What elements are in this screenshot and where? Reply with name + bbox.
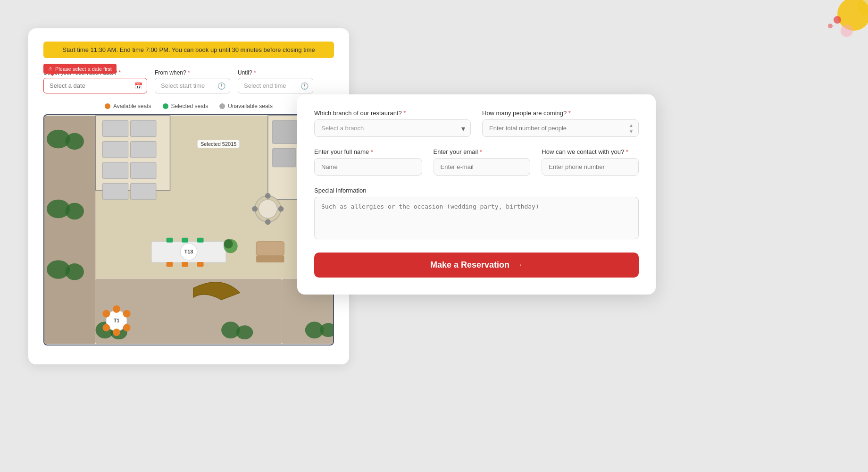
svg-rect-6	[44, 116, 96, 344]
branch-people-row: Which branch of our restaurant? * Select…	[314, 110, 639, 137]
email-group: Enter your email *	[434, 148, 531, 176]
info-banner: Start time 11:30 AM. End time 7:00 PM. Y…	[43, 42, 334, 58]
until-time-input[interactable]: Select end time	[238, 78, 313, 93]
svg-rect-29	[197, 238, 204, 243]
floor-plan-svg: T13	[44, 115, 333, 345]
svg-rect-34	[131, 120, 156, 137]
selected-seat-label: Selected 52015	[197, 140, 240, 148]
svg-point-3	[828, 24, 833, 28]
svg-point-77	[113, 305, 120, 313]
svg-point-2	[834, 16, 841, 24]
spin-buttons: ▲ ▼	[627, 122, 635, 134]
svg-rect-33	[102, 120, 128, 137]
email-input[interactable]	[434, 158, 531, 176]
unavailable-dot	[219, 103, 225, 109]
from-time-input[interactable]: Select start time	[155, 78, 230, 93]
svg-text:T13: T13	[184, 249, 193, 254]
people-input-wrapper: ▲ ▼	[482, 119, 639, 137]
email-label: Enter your email *	[434, 148, 531, 155]
branch-label: Which branch of our restaurant? *	[314, 110, 471, 117]
people-label: How many people are coming? *	[482, 110, 639, 117]
svg-point-18	[236, 325, 253, 339]
svg-rect-31	[182, 262, 188, 267]
svg-point-51	[265, 219, 271, 225]
date-time-row: Select your reservation date? * ⚠ Please…	[43, 69, 334, 93]
phone-input[interactable]	[542, 158, 639, 176]
svg-text:T1: T1	[114, 318, 120, 323]
branch-group: Which branch of our restaurant? * Select…	[314, 110, 471, 137]
svg-point-78	[113, 329, 120, 336]
svg-rect-32	[197, 262, 204, 267]
svg-rect-38	[131, 162, 156, 179]
svg-rect-30	[167, 262, 173, 267]
reservation-panel: Which branch of our restaurant? * Select…	[297, 94, 656, 295]
svg-rect-40	[131, 183, 156, 200]
svg-rect-44	[256, 242, 284, 256]
svg-rect-27	[167, 238, 173, 243]
svg-rect-45	[256, 255, 284, 262]
selected-dot	[163, 103, 168, 109]
spin-up-button[interactable]: ▲	[627, 122, 635, 128]
decorative-circles	[793, 0, 868, 57]
people-group: How many people are coming? * ▲ ▼	[482, 110, 639, 137]
svg-point-1	[857, 0, 868, 16]
date-error-tooltip: ⚠ Please select a date first	[43, 64, 117, 74]
svg-point-53	[224, 239, 233, 249]
svg-point-12	[65, 203, 83, 220]
svg-rect-37	[102, 162, 128, 179]
date-group: Select your reservation date? * ⚠ Please…	[43, 69, 147, 93]
svg-point-0	[837, 0, 868, 31]
svg-rect-36	[131, 141, 156, 158]
make-reservation-button[interactable]: Make a Reservation →	[314, 253, 639, 278]
spin-down-button[interactable]: ▼	[627, 128, 635, 134]
svg-rect-28	[182, 238, 188, 243]
special-info-group: Special information	[314, 187, 639, 253]
seat-legend: Available seats Selected seats Unavailab…	[43, 103, 334, 110]
until-group: Until? * Select end time 🕐	[238, 69, 313, 93]
svg-point-4	[841, 25, 853, 37]
reserve-btn-label: Make a Reservation	[430, 260, 509, 270]
name-input[interactable]	[314, 158, 422, 176]
branch-select-wrapper: Select a branch ▾	[314, 119, 471, 137]
banner-text: Start time 11:30 AM. End time 7:00 PM. Y…	[62, 46, 315, 53]
svg-point-76	[123, 324, 131, 331]
date-input-wrapper: ⚠ Please select a date first 📅	[43, 78, 147, 93]
special-textarea[interactable]	[314, 197, 639, 239]
contact-label: How can we contact with you? *	[542, 148, 639, 155]
svg-rect-35	[102, 141, 128, 158]
legend-unavailable: Unavailable seats	[219, 103, 273, 110]
from-time-select: Select start time 🕐	[155, 78, 230, 93]
svg-point-49	[278, 206, 284, 212]
legend-available: Available seats	[105, 103, 151, 110]
name-email-phone-row: Enter your full name * Enter your email …	[314, 148, 639, 176]
svg-point-75	[102, 324, 110, 331]
svg-rect-42	[273, 148, 296, 167]
floor-plan: T13	[43, 114, 334, 346]
svg-point-74	[123, 310, 131, 318]
until-time-select: Select end time 🕐	[238, 78, 313, 93]
available-dot	[105, 103, 110, 109]
date-input[interactable]	[43, 78, 147, 93]
svg-rect-39	[102, 183, 128, 200]
people-input[interactable]	[482, 119, 639, 137]
svg-point-48	[252, 206, 258, 212]
calendar-icon: 📅	[134, 82, 142, 90]
until-label: Until? *	[238, 69, 313, 76]
reserve-btn-arrow: →	[514, 260, 523, 270]
branch-select[interactable]: Select a branch	[314, 119, 471, 137]
name-group: Enter your full name *	[314, 148, 422, 176]
from-group: From when? * Select start time 🕐	[155, 69, 230, 93]
svg-point-73	[102, 310, 110, 318]
name-label: Enter your full name *	[314, 148, 422, 155]
phone-group: How can we contact with you? *	[542, 148, 639, 176]
legend-selected: Selected seats	[163, 103, 209, 110]
special-info-label: Special information	[314, 187, 639, 194]
svg-point-10	[65, 133, 83, 150]
svg-point-14	[65, 263, 83, 280]
svg-point-47	[259, 200, 277, 218]
svg-point-50	[265, 193, 271, 199]
from-label: From when? *	[155, 69, 230, 76]
